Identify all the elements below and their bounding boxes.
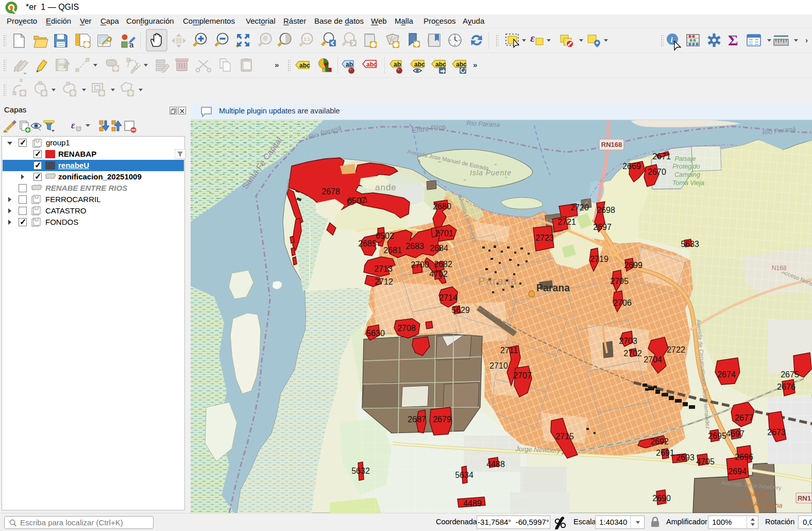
svg-text:2671: 2671 <box>652 152 671 161</box>
svg-text:2708: 2708 <box>397 324 416 333</box>
svg-text:2721: 2721 <box>557 218 576 226</box>
svg-text:2713: 2713 <box>374 264 393 273</box>
svg-text:2679: 2679 <box>433 415 451 424</box>
svg-text:2696: 2696 <box>735 453 753 461</box>
svg-text:5630: 5630 <box>366 329 385 338</box>
svg-text:2669: 2669 <box>622 162 641 171</box>
svg-text:Fuerza: Fuerza <box>746 490 767 499</box>
svg-text:RN168: RN168 <box>601 141 622 148</box>
svg-text:2706: 2706 <box>613 298 632 307</box>
svg-text:5634: 5634 <box>455 471 473 479</box>
svg-text:abc: abc <box>366 61 377 68</box>
svg-text:2697: 2697 <box>593 223 612 231</box>
svg-text:2682: 2682 <box>434 260 452 269</box>
svg-text:Protegido: Protegido <box>672 163 700 170</box>
svg-text:2675: 2675 <box>781 370 799 379</box>
svg-text:Camping: Camping <box>674 171 700 178</box>
svg-text:a: a <box>129 40 134 49</box>
svg-text:2683: 2683 <box>405 242 424 251</box>
svg-text:6507: 6507 <box>347 196 366 205</box>
svg-text:2714: 2714 <box>439 293 458 302</box>
svg-text:2681: 2681 <box>383 246 402 255</box>
svg-text:4697: 4697 <box>726 429 745 438</box>
svg-text:2704: 2704 <box>644 355 662 364</box>
svg-text:2684: 2684 <box>430 244 448 253</box>
svg-text:2700: 2700 <box>411 260 429 269</box>
svg-text:ande: ande <box>375 182 397 192</box>
svg-text:2703: 2703 <box>619 337 637 345</box>
svg-text:2702: 2702 <box>623 349 642 358</box>
svg-text:2723: 2723 <box>535 234 554 242</box>
svg-text:6502: 6502 <box>376 231 394 240</box>
svg-text:2699: 2699 <box>624 261 642 270</box>
svg-text:Σ: Σ <box>728 31 738 48</box>
svg-text:2707: 2707 <box>513 371 532 380</box>
svg-text:5632: 5632 <box>351 467 370 475</box>
svg-text:2678: 2678 <box>322 187 340 196</box>
svg-text:2693: 2693 <box>676 453 695 462</box>
svg-text:2691: 2691 <box>656 449 674 457</box>
svg-text:2670: 2670 <box>648 168 666 176</box>
svg-text:ε: ε <box>530 31 535 44</box>
svg-text:2720: 2720 <box>570 203 589 212</box>
svg-text:2692: 2692 <box>650 437 669 446</box>
svg-text:2711: 2711 <box>500 346 518 355</box>
svg-text:5629: 5629 <box>451 306 470 314</box>
svg-text:Jorge Newbery: Jorge Newbery <box>515 445 561 454</box>
svg-text:ε: ε <box>71 120 75 130</box>
svg-text:2674: 2674 <box>717 370 736 379</box>
svg-text:2710: 2710 <box>489 361 508 370</box>
svg-text:4489: 4489 <box>463 499 482 508</box>
svg-text:2698: 2698 <box>597 206 615 214</box>
svg-text:2690: 2690 <box>652 494 671 503</box>
svg-text:4702: 4702 <box>429 270 448 278</box>
svg-text:2687: 2687 <box>408 415 426 424</box>
svg-text:Isla Puente: Isla Puente <box>470 169 512 177</box>
svg-text:2719: 2719 <box>590 255 608 263</box>
svg-text:Paisaje: Paisaje <box>675 155 696 162</box>
svg-text:2715: 2715 <box>555 432 574 441</box>
svg-text:5633: 5633 <box>681 240 699 248</box>
svg-text:Parana: Parana <box>536 282 570 293</box>
svg-text:abc: abc <box>456 61 467 68</box>
svg-text:abc: abc <box>435 61 446 68</box>
svg-text:2677: 2677 <box>735 413 753 422</box>
svg-text:2694: 2694 <box>728 467 747 476</box>
svg-text:2680: 2680 <box>433 202 451 211</box>
svg-text:2705: 2705 <box>610 277 629 286</box>
svg-text:Toma Vieja: Toma Vieja <box>672 179 704 187</box>
svg-text:abc: abc <box>414 61 425 68</box>
svg-text:2722: 2722 <box>667 345 685 354</box>
svg-text:2701: 2701 <box>435 229 453 238</box>
svg-text:Paraná: Paraná <box>478 275 518 287</box>
svg-text:2712: 2712 <box>375 277 393 286</box>
svg-text:2685: 2685 <box>358 239 377 248</box>
svg-text:1:1: 1:1 <box>304 37 311 42</box>
svg-text:2695: 2695 <box>708 432 726 440</box>
svg-text:2673: 2673 <box>767 428 786 437</box>
svg-text:abc: abc <box>299 62 310 69</box>
svg-text:4705: 4705 <box>696 457 715 466</box>
svg-text:RN1: RN1 <box>798 494 811 502</box>
svg-text:2676: 2676 <box>777 383 796 391</box>
svg-text:N168: N168 <box>772 264 787 272</box>
svg-text:4488: 4488 <box>486 460 505 469</box>
